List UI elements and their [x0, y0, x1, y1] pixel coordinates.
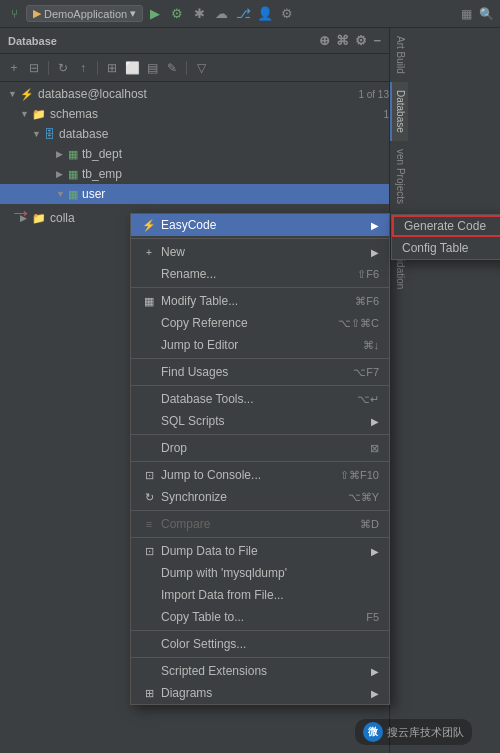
pin-icon[interactable]: ⌘: [336, 33, 349, 48]
ctx-compare-shortcut: ⌘D: [360, 518, 379, 531]
ctx-copy-ref-shortcut: ⌥⇧⌘C: [338, 317, 379, 330]
separator2: [97, 61, 98, 75]
diagrams-icon: ⊞: [141, 687, 157, 700]
right-tabs: Art Build Database ven Projects Bean Val…: [390, 28, 408, 753]
ctx-new[interactable]: + New ▶: [131, 241, 389, 263]
person-icon[interactable]: 👤: [257, 6, 273, 22]
ctx-rename[interactable]: Rename... ⇧F6: [131, 263, 389, 285]
ctx-import-data[interactable]: Import Data from File...: [131, 584, 389, 606]
ctx-synchronize[interactable]: ↻ Synchronize ⌥⌘Y: [131, 486, 389, 508]
ctx-diagrams[interactable]: ⊞ Diagrams ▶: [131, 682, 389, 704]
ctx-copy-ref[interactable]: Copy Reference ⌥⇧⌘C: [131, 312, 389, 334]
ctx-diagrams-label: Diagrams: [161, 686, 367, 700]
data-icon[interactable]: ▤: [144, 60, 160, 76]
db-panel-header-icons: ⊕ ⌘ ⚙ −: [319, 33, 381, 48]
ctx-drop[interactable]: Drop ⊠: [131, 437, 389, 459]
ctx-scripted-ext[interactable]: Scripted Extensions ▶: [131, 660, 389, 682]
ctx-copy-table[interactable]: Copy Table to... F5: [131, 606, 389, 628]
ctx-jump-console[interactable]: ⊡ Jump to Console... ⇧⌘F10: [131, 464, 389, 486]
connection-label: database@localhost: [38, 87, 354, 101]
settings-icon[interactable]: ⚙: [279, 6, 295, 22]
tab-database[interactable]: Database: [390, 82, 408, 141]
db-panel-header: Database ⊕ ⌘ ⚙ −: [0, 28, 389, 54]
run-icon[interactable]: ▶: [147, 6, 163, 22]
sep6: [131, 461, 389, 462]
dump-icon: ⊡: [141, 545, 157, 558]
ctx-dump-arrow: ▶: [371, 546, 379, 557]
coverage-icon[interactable]: ✱: [191, 6, 207, 22]
ctx-easycode[interactable]: ⚡ EasyCode ▶ Generate Code Config Table: [131, 214, 389, 236]
ctx-dump-mysqldump[interactable]: Dump with 'mysqldump': [131, 562, 389, 584]
ctx-dump-data[interactable]: ⊡ Dump Data to File ▶: [131, 540, 389, 562]
table-tb-emp-icon: ▦: [68, 168, 78, 181]
collapse-icon[interactable]: −: [373, 33, 381, 48]
tb-emp-label: tb_emp: [82, 167, 389, 181]
sep3: [131, 358, 389, 359]
ctx-db-tools-label: Database Tools...: [161, 392, 349, 406]
ctx-new-label: New: [161, 245, 367, 259]
ctx-jump-editor[interactable]: Jump to Editor ⌘↓: [131, 334, 389, 356]
tree-item-tb-dept[interactable]: ▶ ▦ tb_dept: [0, 144, 389, 164]
tb-dept-label: tb_dept: [82, 147, 389, 161]
profile-icon[interactable]: ☁: [213, 6, 229, 22]
gear-small-icon[interactable]: ⚙: [355, 33, 367, 48]
ctx-find-usages[interactable]: Find Usages ⌥F7: [131, 361, 389, 383]
schema-icon[interactable]: ⬜: [124, 60, 140, 76]
sep10: [131, 657, 389, 658]
ctx-new-arrow: ▶: [371, 247, 379, 258]
tree-item-tb-emp[interactable]: ▶ ▦ tb_emp: [0, 164, 389, 184]
app-selector[interactable]: ▶ DemoApplication ▾: [26, 5, 143, 22]
user-label: user: [82, 187, 389, 201]
generate-code-label: Generate Code: [404, 219, 486, 233]
ctx-copy-ref-label: Copy Reference: [161, 316, 330, 330]
ctx-compare-label: Compare: [161, 517, 352, 531]
ctx-sql-scripts[interactable]: SQL Scripts ▶: [131, 410, 389, 432]
sep4: [131, 385, 389, 386]
table-tb-dept-icon: ▦: [68, 148, 78, 161]
database-icon: 🗄: [44, 128, 55, 140]
add-icon[interactable]: +: [6, 60, 22, 76]
top-bar-left: ⑂ ▶ DemoApplication ▾ ▶ ⚙ ✱ ☁ ⎇ 👤 ⚙: [6, 5, 454, 22]
ddl-icon[interactable]: ✎: [164, 60, 180, 76]
run-toolbar: ▶ ⚙ ✱ ☁ ⎇ 👤 ⚙: [147, 6, 295, 22]
tree-item-database[interactable]: ▼ 🗄 database: [0, 124, 389, 144]
console-icon: ⊡: [141, 469, 157, 482]
remove-icon[interactable]: ⊟: [26, 60, 42, 76]
ctx-db-tools[interactable]: Database Tools... ⌥↵: [131, 388, 389, 410]
ctx-color-settings[interactable]: Color Settings...: [131, 633, 389, 655]
tab-art-build[interactable]: Art Build: [390, 28, 408, 82]
up-icon[interactable]: ↑: [75, 60, 91, 76]
ctx-copy-table-label: Copy Table to...: [161, 610, 358, 624]
filter-icon[interactable]: ▽: [193, 60, 209, 76]
expand-arrow-colla: ▶: [20, 213, 32, 223]
separator1: [48, 61, 49, 75]
sep7: [131, 510, 389, 511]
tab-ven-projects[interactable]: ven Projects: [390, 141, 408, 212]
tree-item-schemas[interactable]: ▼ 📁 schemas 1: [0, 104, 389, 124]
new-icon: +: [141, 246, 157, 258]
ctx-drop-label: Drop: [161, 441, 362, 455]
submenu-config-table[interactable]: Config Table: [392, 237, 500, 259]
git-icon[interactable]: ⎇: [235, 6, 251, 22]
ctx-synchronize-label: Synchronize: [161, 490, 340, 504]
submenu-easycode: Generate Code Config Table: [391, 214, 500, 260]
tree-item-user[interactable]: ▼ ▦ user: [0, 184, 389, 204]
ctx-color-settings-label: Color Settings...: [161, 637, 379, 651]
refresh-icon[interactable]: ⊕: [319, 33, 330, 48]
main-area: Database ⊕ ⌘ ⚙ − + ⊟ ↻ ↑ ⊞ ⬜ ▤ ✎ ▽: [0, 28, 500, 753]
refresh-icon2[interactable]: ↻: [55, 60, 71, 76]
branch-icon[interactable]: ⑂: [6, 6, 22, 22]
tree-item-connection[interactable]: ▼ ⚡ database@localhost 1 of 13: [0, 84, 389, 104]
submenu-generate-code[interactable]: Generate Code: [392, 215, 500, 237]
ctx-modify-table[interactable]: ▦ Modify Table... ⌘F6: [131, 290, 389, 312]
ctx-find-usages-shortcut: ⌥F7: [353, 366, 379, 379]
table-icon[interactable]: ⊞: [104, 60, 120, 76]
search-icon[interactable]: 🔍: [478, 6, 494, 22]
watermark-icon: 微: [363, 722, 383, 742]
layout-icon[interactable]: ▦: [458, 6, 474, 22]
debug-icon[interactable]: ⚙: [169, 6, 185, 22]
sep2: [131, 287, 389, 288]
ctx-rename-label: Rename...: [161, 267, 349, 281]
tab-database-label: Database: [395, 90, 406, 133]
db-panel-title: Database: [8, 35, 57, 47]
